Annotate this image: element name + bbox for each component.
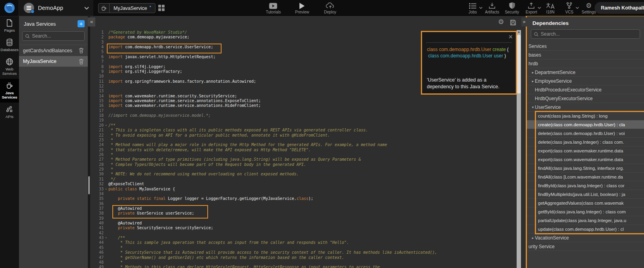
vcs-icon xyxy=(566,2,573,9)
wavemaker-studio-app: DemoApp MyJavaService • TutorialsPreview… xyxy=(0,0,644,268)
method-item-findbymultipleids[interactable]: findByMultipleIds(java.util.List, boolea… xyxy=(527,190,644,199)
add-service-button[interactable]: + xyxy=(78,20,85,27)
search-icon xyxy=(534,32,539,37)
tree-item-services[interactable]: Services xyxy=(527,42,644,51)
tree-item-vacationservice[interactable]: ▸VacationService xyxy=(527,234,644,242)
preview-button[interactable]: Preview xyxy=(295,2,309,14)
close-icon[interactable]: × xyxy=(508,33,513,41)
code-line-34: 34 xyxy=(90,192,517,196)
tree-item-userservice[interactable]: ▾UserService xyxy=(527,103,644,112)
service-item-MyJavaService[interactable]: MyJavaService xyxy=(19,56,88,67)
method-item-export[interactable]: export(class com.wavemaker.runtime.data xyxy=(527,155,644,164)
line-number: 26 xyxy=(90,152,104,157)
method-item-delete[interactable]: delete(class java.lang.Integer) : class … xyxy=(527,138,644,146)
fold-arrow-icon[interactable]: ▾ xyxy=(104,187,108,192)
coffee-icon xyxy=(6,82,13,89)
user-menu[interactable]: Ramesh Kothapalli RK xyxy=(595,2,644,14)
tutorials-button[interactable]: Tutorials xyxy=(266,2,281,14)
service-item-getCardsAndBalances[interactable]: getCardsAndBalances xyxy=(19,45,88,56)
panel-scrollbar[interactable]: ▲ xyxy=(517,30,521,268)
method-item-findall[interactable]: findAll(class [Lcom.wavemaker.runtime.da xyxy=(527,173,644,181)
tree-item-hrdbqueryexecutorservice[interactable]: HrdbQueryExecutorService xyxy=(527,94,644,103)
save-icon[interactable] xyxy=(510,19,516,26)
export-button[interactable]: Export xyxy=(525,2,538,14)
user-name: Ramesh Kothapalli xyxy=(601,5,644,11)
jobs-icon xyxy=(469,2,477,9)
code-line-32: 32@ExposeToClient xyxy=(90,182,517,186)
code-line-19: 19 xyxy=(90,118,517,123)
line-number: 17 xyxy=(90,108,104,113)
sidebar-item-databases[interactable]: Databases xyxy=(0,36,19,55)
scroll-up-icon[interactable]: ▲ xyxy=(517,30,521,34)
page-icon xyxy=(6,19,13,27)
line-number: 2 xyxy=(90,35,104,40)
chevron-collapsed-icon[interactable]: ▸ xyxy=(531,70,535,74)
method-item-export[interactable]: export(class com.wavemaker.runtime.data xyxy=(527,146,644,155)
deploy-button[interactable]: Deploy xyxy=(324,2,337,14)
service-search-input[interactable] xyxy=(32,33,82,39)
i18n-button[interactable]: I18N xyxy=(544,2,557,14)
line-number: 35 xyxy=(90,196,104,201)
method-item-partialupdate[interactable]: partialUpdate(class java.lang.Integer, j… xyxy=(527,216,644,225)
trash-icon[interactable] xyxy=(79,48,84,53)
line-number: 21 xyxy=(90,128,104,133)
method-item-update[interactable]: update(class com.demoapp.hrdb.User) : cl xyxy=(527,225,644,234)
sidebar-item-web-services[interactable]: WebServices xyxy=(0,55,19,79)
code-line-16: 16import com.wavemaker.runtime.service.a… xyxy=(90,103,517,108)
workspace-grid-icon[interactable] xyxy=(158,5,165,11)
service-list: getCardsAndBalancesMyJavaService xyxy=(19,45,88,67)
editor-settings-gear-icon[interactable]: ⚙ xyxy=(498,19,504,26)
tree-item-bases[interactable]: bases xyxy=(527,51,644,59)
line-number: 48 xyxy=(90,260,104,265)
line-number: 45 xyxy=(90,245,104,250)
project-switcher[interactable]: DemoApp xyxy=(18,0,93,16)
tree-item-hrdbprocedureexecutorservice[interactable]: HrdbProcedureExecutorService xyxy=(527,86,644,94)
method-item-create[interactable]: create(class com.demoapp.hrdb.User) : cl… xyxy=(527,120,644,129)
artifacts-button[interactable]: Artifacts xyxy=(485,2,499,14)
fold-arrow-icon[interactable]: ▾ xyxy=(104,236,108,240)
method-item-getaggregatedvalues[interactable]: getAggregatedValues(class com.wavemak xyxy=(527,199,644,207)
panel-title: Java Services xyxy=(24,21,56,27)
sidebar-item-java-services[interactable]: JavaServices xyxy=(0,79,19,103)
chevron-down-icon xyxy=(479,7,483,9)
code-line-25: 25 * that starts with delete/remove, wil… xyxy=(90,148,517,152)
code-line-46: 46 * SecurityService that is Autowired w… xyxy=(90,250,517,255)
chevron-collapsed-icon[interactable]: ▸ xyxy=(531,236,535,240)
method-item-count[interactable]: count(class java.lang.String) : long xyxy=(527,112,644,120)
chevron-collapsed-icon[interactable]: ▸ xyxy=(531,79,535,83)
line-number: 39 xyxy=(90,216,104,221)
line-number: 16 xyxy=(90,103,104,108)
line-number: 11 xyxy=(90,79,104,84)
settings-button[interactable]: ⚙Settings xyxy=(581,2,596,14)
code-line-45: 45 * xyxy=(90,245,517,250)
tree-item-departmentservice[interactable]: ▸DepartmentService xyxy=(527,68,644,77)
trash-icon[interactable] xyxy=(79,59,84,65)
security-button[interactable]: Security xyxy=(505,2,519,14)
tab-myjavaservice[interactable]: MyJavaService • xyxy=(98,3,155,13)
scrollbar-thumb[interactable] xyxy=(517,35,521,93)
collapse-left-panel-button[interactable]: « xyxy=(88,17,95,27)
sidebar-item-apis[interactable]: APIs xyxy=(0,103,19,122)
sidebar-item-pages[interactable]: Pages xyxy=(0,16,19,36)
code-line-18: 18//import com.demoapp.myjavaservice.mod… xyxy=(90,113,517,118)
fold-arrow-icon[interactable]: ▾ xyxy=(104,123,108,128)
method-item-delete[interactable]: delete(class com.demoapp.hrdb.User) : vo… xyxy=(527,129,644,138)
line-number: 38 xyxy=(90,211,104,216)
vcs-button[interactable]: VCS xyxy=(563,2,576,14)
chevron-down-icon[interactable] xyxy=(84,6,89,10)
unsaved-indicator: • xyxy=(150,4,152,10)
method-item-findbyid[interactable]: findById(class java.lang.Integer) : clas… xyxy=(527,181,644,190)
tree-item-urity-service[interactable]: urity Service xyxy=(527,242,644,251)
jobs-button[interactable]: Jobs xyxy=(466,2,479,14)
tree-item-employeeservice[interactable]: ▸EmployeeService xyxy=(527,77,644,86)
method-item-findall[interactable]: findAll(class java.lang.String, interfac… xyxy=(527,164,644,173)
chevron-expanded-icon[interactable]: ▾ xyxy=(531,105,535,109)
code-line-17: 17 xyxy=(90,108,517,113)
method-item-getbyid[interactable]: getById(class java.lang.Integer) : class… xyxy=(527,207,644,216)
code-line-41: 41 private SecurityService securityServi… xyxy=(90,226,517,230)
expand-right-panel-button[interactable]: » xyxy=(521,17,527,27)
tree-item-hrdb[interactable]: hrdb xyxy=(527,59,644,68)
wavemaker-logo-icon[interactable] xyxy=(2,1,17,15)
dependencies-search-input[interactable] xyxy=(541,31,637,37)
line-number: 18 xyxy=(90,113,104,118)
